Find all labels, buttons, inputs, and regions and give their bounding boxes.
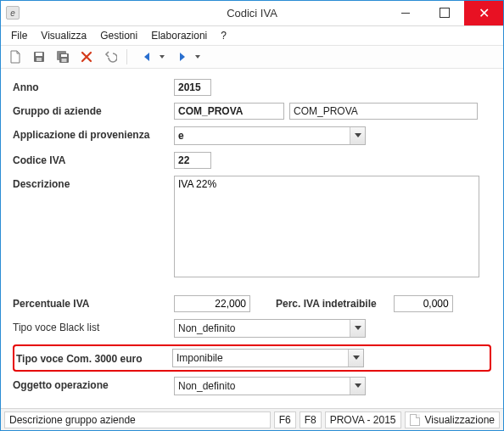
gruppo-code: COM_PROVA xyxy=(174,103,284,120)
app-icon: e xyxy=(6,6,20,20)
descrizione-label: Descrizione xyxy=(13,176,174,190)
status-description: Descrizione gruppo aziende xyxy=(4,411,271,428)
combo-button[interactable] xyxy=(350,127,365,144)
app-window: e Codici IVA ✕ File Visualizza Gestioni … xyxy=(0,0,504,431)
maximize-button[interactable] xyxy=(425,1,464,25)
undo-icon xyxy=(104,50,117,64)
delete-x-icon xyxy=(80,50,93,64)
svg-rect-6 xyxy=(62,59,67,62)
row-tipo-com3000: Tipo voce Com. 3000 euro Imponibile xyxy=(13,344,491,372)
status-f6[interactable]: F6 xyxy=(274,411,296,428)
new-document-icon xyxy=(8,50,22,64)
oggetto-label: Oggetto operazione xyxy=(13,377,174,391)
nav-next-button[interactable] xyxy=(173,48,192,66)
status-context: PROVA - 2015 xyxy=(325,411,401,428)
anno-value: 2015 xyxy=(174,79,211,96)
row-descrizione: Descrizione IVA 22% xyxy=(13,176,491,280)
tipo-com3000-label: Tipo voce Com. 3000 euro xyxy=(16,350,172,365)
save-button[interactable] xyxy=(30,48,48,66)
window-controls: ✕ xyxy=(386,1,503,25)
anno-label: Anno xyxy=(13,79,174,93)
chevron-down-icon xyxy=(355,383,361,388)
status-mode: Visualizzazione xyxy=(405,411,501,428)
tipo-blacklist-value: Non_definito xyxy=(178,322,350,334)
row-codice: Codice IVA 22 xyxy=(13,152,491,169)
menu-bar: File Visualizza Gestioni Elaborazioni ? xyxy=(1,26,503,45)
oggetto-value: Non_definito xyxy=(178,380,350,392)
perc-indetr-label: Perc. IVA indetraibile xyxy=(276,298,377,310)
triangle-left-icon xyxy=(144,53,149,61)
menu-help[interactable]: ? xyxy=(216,28,232,43)
triangle-right-icon xyxy=(180,53,185,61)
close-button[interactable]: ✕ xyxy=(464,1,503,25)
document-icon xyxy=(410,414,420,426)
row-oggetto: Oggetto operazione Non_definito xyxy=(13,377,491,395)
save-all-button[interactable] xyxy=(53,48,72,66)
row-gruppo: Gruppo di aziende COM_PROVA COM_PROVA xyxy=(13,103,491,120)
oggetto-combo[interactable]: Non_definito xyxy=(174,377,366,395)
nav-prev-button[interactable] xyxy=(137,48,156,66)
applicazione-combo[interactable]: e xyxy=(174,126,366,145)
row-tipo-blacklist: Tipo voce Black list Non_definito xyxy=(13,319,491,338)
status-f8[interactable]: F8 xyxy=(300,411,322,428)
descrizione-textarea[interactable]: IVA 22% xyxy=(174,176,479,277)
percentuale-label: Percentuale IVA xyxy=(13,295,174,310)
tipo-blacklist-combo[interactable]: Non_definito xyxy=(174,319,366,338)
title-bar: e Codici IVA ✕ xyxy=(1,1,503,26)
codice-label: Codice IVA xyxy=(13,152,174,166)
combo-button[interactable] xyxy=(350,320,365,337)
codice-value: 22 xyxy=(174,152,211,169)
perc-indetr-input[interactable] xyxy=(394,295,453,312)
svg-rect-5 xyxy=(61,54,67,57)
save-icon xyxy=(32,50,46,64)
chevron-down-icon xyxy=(355,133,361,137)
applicazione-label: Applicazione di provenienza xyxy=(13,126,174,141)
chevron-down-icon xyxy=(355,326,361,330)
toolbar-separator xyxy=(126,49,127,64)
combo-button[interactable] xyxy=(350,378,365,395)
row-percentuale: Percentuale IVA Perc. IVA indetraibile xyxy=(13,295,491,312)
highlight-com3000: Tipo voce Com. 3000 euro Imponibile xyxy=(13,344,491,372)
delete-button[interactable] xyxy=(77,48,96,66)
nav-group xyxy=(137,48,200,66)
status-mode-text: Visualizzazione xyxy=(425,414,496,426)
gruppo-label: Gruppo di aziende xyxy=(13,103,174,117)
status-bar: Descrizione gruppo aziende F6 F8 PROVA -… xyxy=(1,408,503,430)
form-area: Anno 2015 Gruppo di aziende COM_PROVA CO… xyxy=(1,69,503,408)
svg-rect-1 xyxy=(36,53,42,56)
minimize-button[interactable] xyxy=(386,1,425,25)
menu-visualizza[interactable]: Visualizza xyxy=(36,28,92,43)
applicazione-value: e xyxy=(178,130,350,142)
row-applicazione: Applicazione di provenienza e xyxy=(13,126,491,145)
tipo-blacklist-label: Tipo voce Black list xyxy=(13,319,174,333)
toolbar xyxy=(1,45,503,69)
svg-rect-2 xyxy=(36,58,42,61)
nav-next-dropdown-icon[interactable] xyxy=(195,55,200,59)
menu-gestioni[interactable]: Gestioni xyxy=(95,28,143,43)
combo-button[interactable] xyxy=(348,350,363,367)
chevron-down-icon xyxy=(353,355,360,360)
menu-elaborazioni[interactable]: Elaborazioni xyxy=(146,28,212,43)
gruppo-desc: COM_PROVA xyxy=(289,103,478,120)
new-button[interactable] xyxy=(6,48,25,66)
save-all-icon xyxy=(56,50,70,64)
tipo-com3000-combo[interactable]: Imponibile xyxy=(172,349,364,367)
percentuale-input[interactable] xyxy=(174,295,250,312)
tipo-com3000-value: Imponibile xyxy=(176,352,348,364)
menu-file[interactable]: File xyxy=(6,28,32,43)
undo-button[interactable] xyxy=(101,48,120,66)
nav-prev-dropdown-icon[interactable] xyxy=(160,55,165,59)
row-anno: Anno 2015 xyxy=(13,79,491,96)
